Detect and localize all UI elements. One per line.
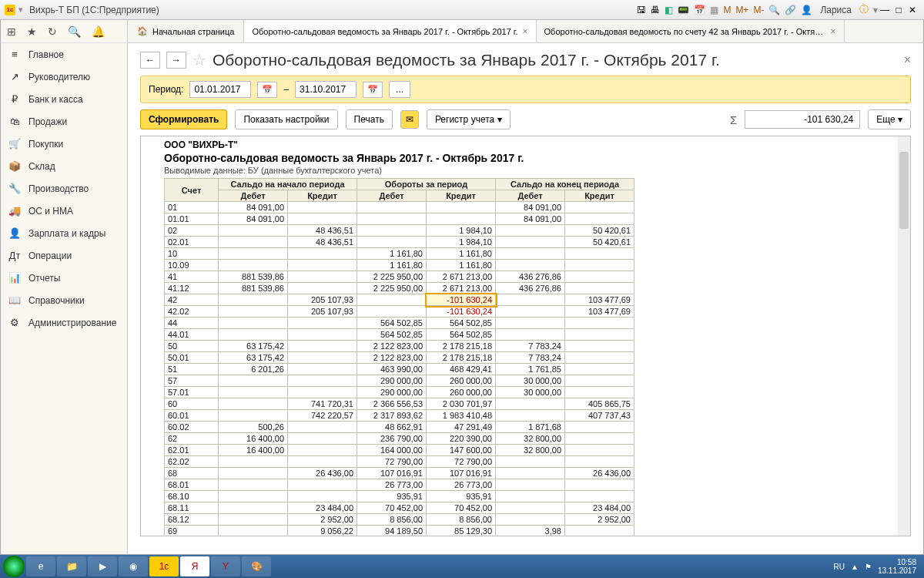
sidebar-item[interactable]: 🛒Покупки	[1, 133, 127, 155]
sidebar-label: Зарплата и кадры	[28, 228, 105, 239]
register-button[interactable]: Регистр учета ▾	[427, 109, 511, 129]
tray-flag-icon[interactable]: ⚑	[865, 563, 872, 571]
calendar-icon[interactable]: 📅	[694, 5, 705, 15]
report-area[interactable]: ООО "ВИХРЬ-Т" Оборотно-сальдовая ведомос…	[140, 136, 911, 536]
sidebar-item[interactable]: 📦Склад	[1, 155, 127, 177]
table-row[interactable]: 516 201,26463 990,00468 429,411 761,85	[165, 364, 634, 375]
table-row[interactable]: 44564 502,85564 502,85	[165, 318, 634, 329]
table-row[interactable]: 0248 436,511 984,1050 420,61	[165, 225, 634, 237]
print-button[interactable]: Печать	[346, 109, 393, 129]
tray-clock[interactable]: 10:58 13.11.2017	[878, 558, 916, 575]
close-page-button[interactable]: ×	[904, 53, 911, 67]
table-row[interactable]: 68.10935,91935,91	[165, 491, 634, 502]
taskbar-player[interactable]: ▶	[88, 556, 117, 576]
taskbar-chrome[interactable]: ◉	[119, 556, 148, 576]
taskbar-ie[interactable]: e	[26, 556, 55, 576]
sidebar-item[interactable]: 📊Отчеты	[1, 267, 127, 289]
table-row[interactable]: 42.02205 107,93-101 630,24103 477,69	[165, 306, 634, 318]
table-row[interactable]: 50.0163 175,422 122 823,002 178 215,187 …	[165, 352, 634, 364]
tray-arrow-icon[interactable]: ▲	[851, 563, 859, 571]
grid-icon[interactable]: ▦	[710, 5, 718, 15]
close-icon[interactable]: ×	[831, 26, 836, 37]
sidebar-item[interactable]: 🚚ОС и НМА	[1, 200, 127, 222]
table-row[interactable]: 68.1123 484,0070 452,0070 452,0023 484,0…	[165, 502, 634, 514]
table-row[interactable]: 101 161,801 161,80	[165, 248, 634, 260]
email-button[interactable]: ✉	[400, 110, 419, 129]
sidebar-item[interactable]: ₽Банк и касса	[1, 88, 127, 110]
calendar-to-icon[interactable]: 📅	[363, 82, 383, 98]
period-more-button[interactable]: ...	[389, 81, 410, 98]
star-icon[interactable]: ★	[27, 25, 37, 38]
taskbar-explorer[interactable]: 📁	[57, 556, 86, 576]
close-icon[interactable]: ×	[523, 26, 528, 37]
compare-icon[interactable]: ◧	[665, 5, 673, 15]
table-row[interactable]: 60.02500,2648 662,9147 291,491 871,68	[165, 422, 634, 433]
link-icon[interactable]: 🔗	[785, 5, 796, 15]
table-row[interactable]: 6216 400,00236 790,00220 390,0032 800,00	[165, 433, 634, 445]
sidebar-item[interactable]: 🛍Продажи	[1, 110, 127, 133]
back-button[interactable]: ←	[140, 52, 160, 69]
sidebar-item[interactable]: 📖Справочники	[1, 289, 127, 311]
m-icon[interactable]: M	[723, 5, 731, 15]
search-icon[interactable]: 🔍	[68, 25, 81, 38]
table-row[interactable]: 10.091 161,801 161,80	[165, 260, 634, 271]
table-row[interactable]: 57.01290 000,00260 000,0030 000,00	[165, 387, 634, 398]
system-tray[interactable]: RU ▲ ⚑ 10:58 13.11.2017	[834, 558, 921, 575]
dropdown-icon[interactable]: ▾	[18, 5, 23, 15]
print-icon[interactable]: 🖶	[651, 5, 660, 15]
table-row[interactable]: 44.01564 502,85564 502,85	[165, 329, 634, 341]
taskbar-1c[interactable]: 1c	[149, 556, 179, 576]
table-row[interactable]: 01.0184 091,0084 091,00	[165, 213, 634, 225]
table-row[interactable]: 42205 107,93-101 630,24103 477,69	[165, 294, 634, 306]
sidebar-item[interactable]: ≡Главное	[1, 43, 127, 66]
table-row[interactable]: 41881 539,862 225 950,002 671 213,00436 …	[165, 271, 634, 283]
taskbar-yabrowser[interactable]: Y	[211, 556, 240, 576]
table-row[interactable]: 60741 720,312 366 556,532 030 701,97405 …	[165, 398, 634, 410]
date-from-input[interactable]	[189, 81, 251, 98]
table-row[interactable]: 57290 000,00260 000,0030 000,00	[165, 375, 634, 387]
calc-icon[interactable]: 📟	[678, 5, 689, 15]
sidebar-item[interactable]: 👤Зарплата и кадры	[1, 222, 127, 244]
bell-icon[interactable]: 🔔	[92, 25, 105, 38]
forward-button[interactable]: →	[166, 52, 186, 69]
taskbar-yandex[interactable]: Я	[180, 556, 209, 576]
table-row[interactable]: 5063 175,422 122 823,002 178 215,187 783…	[165, 341, 634, 352]
tray-lang[interactable]: RU	[834, 563, 845, 571]
table-row[interactable]: 62.0116 400,00164 000,00147 600,0032 800…	[165, 445, 634, 456]
taskbar-paint[interactable]: 🎨	[242, 556, 271, 576]
sidebar-item[interactable]: ↗Руководителю	[1, 66, 127, 88]
mplus-icon[interactable]: M+	[735, 5, 748, 15]
table-row[interactable]: 699 056,2294 189,5085 129,303,98	[165, 526, 634, 537]
sidebar-item[interactable]: 🔧Производство	[1, 177, 127, 200]
table-row[interactable]: 41.12881 539,862 225 950,002 671 213,004…	[165, 283, 634, 294]
date-to-input[interactable]	[295, 81, 357, 98]
mminus-icon[interactable]: M-	[753, 5, 764, 15]
table-row[interactable]: 60.01742 220,572 317 893,621 983 410,484…	[165, 410, 634, 422]
history-icon[interactable]: ↻	[48, 25, 57, 38]
search-tb-icon[interactable]: 🔍	[768, 5, 780, 15]
sidebar-item[interactable]: ⚙Администрирование	[1, 311, 127, 334]
table-row[interactable]: 68.0126 773,0026 773,00	[165, 479, 634, 491]
close-window-button[interactable]: ✕	[906, 5, 919, 15]
table-row[interactable]: 68.122 952,008 856,008 856,002 952,00	[165, 514, 634, 526]
minimize-button[interactable]: —	[878, 5, 892, 15]
table-row[interactable]: 0184 091,0084 091,00	[165, 202, 634, 213]
more-button[interactable]: Еще ▾	[868, 109, 911, 129]
settings-button[interactable]: Показать настройки	[235, 109, 337, 129]
tab-home[interactable]: 🏠 Начальная страница	[128, 20, 244, 42]
start-button[interactable]	[3, 556, 25, 577]
tab-osv[interactable]: Оборотно-сальдовая ведомость за Январь 2…	[244, 20, 536, 42]
calendar-from-icon[interactable]: 📅	[257, 82, 277, 98]
form-button[interactable]: Сформировать	[140, 109, 227, 129]
tab-osv-42[interactable]: Оборотно-сальдовая ведомость по счету 42…	[537, 20, 845, 42]
scrollbar-vertical[interactable]	[898, 136, 910, 536]
table-row[interactable]: 62.0272 790,0072 790,00	[165, 456, 634, 468]
sidebar-item[interactable]: ДтОперации	[1, 244, 127, 267]
info-icon[interactable]: ⓘ	[859, 3, 869, 16]
table-row[interactable]: 02.0148 436,511 984,1050 420,61	[165, 237, 634, 248]
table-row[interactable]: 6826 436,00107 016,91107 016,9126 436,00	[165, 468, 634, 479]
favorite-icon[interactable]: ☆	[192, 51, 206, 69]
apps-icon[interactable]: ⊞	[7, 25, 16, 38]
maximize-button[interactable]: □	[892, 5, 906, 15]
save-icon[interactable]: 🖫	[637, 5, 646, 15]
